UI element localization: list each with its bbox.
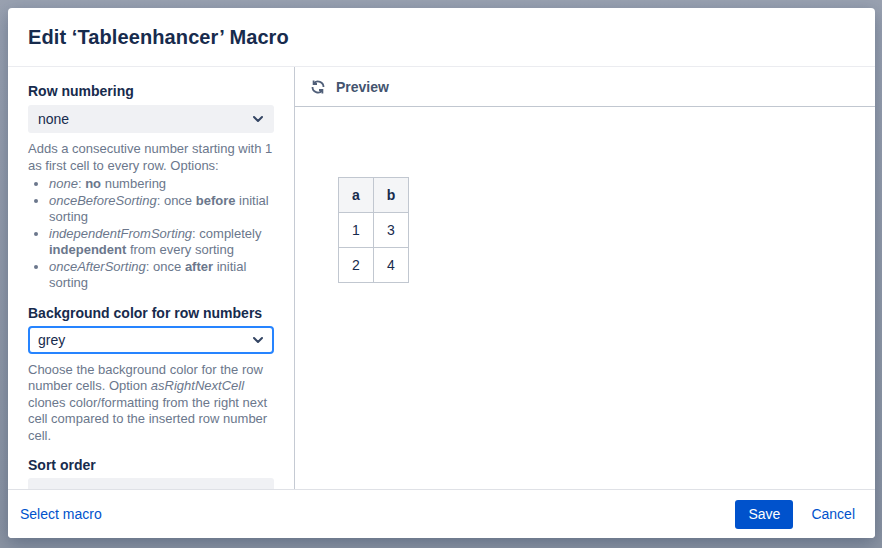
preview-body: ab1324 bbox=[295, 107, 875, 489]
preview-table-cell: 3 bbox=[374, 213, 409, 248]
row-numbering-help: Adds a consecutive number starting with … bbox=[28, 141, 274, 174]
save-button[interactable]: Save bbox=[735, 500, 793, 529]
preview-table-cell: 1 bbox=[339, 213, 374, 248]
macro-parameters-panel: Row numbering none Adds a consecutive nu… bbox=[8, 67, 295, 489]
preview-table-cell: 4 bbox=[374, 248, 409, 283]
sort-order-label: Sort order bbox=[28, 457, 274, 474]
bg-color-label: Background color for row numbers bbox=[28, 305, 274, 322]
preview-table-header-cell: b bbox=[374, 178, 409, 213]
preview-table-row: 24 bbox=[339, 248, 409, 283]
preview-table: ab1324 bbox=[338, 177, 409, 283]
preview-table-header-cell: a bbox=[339, 178, 374, 213]
row-numbering-select[interactable]: none bbox=[28, 105, 274, 133]
row-numbering-value: none bbox=[38, 111, 69, 127]
preview-table-row: 13 bbox=[339, 213, 409, 248]
option-help-item: onceAfterSorting: once after initial sor… bbox=[49, 259, 274, 292]
refresh-icon[interactable] bbox=[310, 79, 326, 95]
dialog-footer: Select macro Save Cancel bbox=[8, 489, 875, 538]
modal-overlay: Edit ‘Tableenhancer’ Macro Row numbering… bbox=[0, 0, 882, 548]
cancel-button[interactable]: Cancel bbox=[811, 506, 855, 522]
row-numbering-options-list: none: no numberingonceBeforeSorting: onc… bbox=[28, 176, 274, 292]
preview-header: Preview bbox=[295, 67, 875, 107]
footer-actions: Save Cancel bbox=[735, 500, 855, 529]
dialog-header: Edit ‘Tableenhancer’ Macro bbox=[8, 8, 875, 67]
sort-order-select[interactable] bbox=[28, 478, 274, 489]
select-macro-link[interactable]: Select macro bbox=[20, 506, 102, 522]
dialog-title: Edit ‘Tableenhancer’ Macro bbox=[28, 26, 289, 49]
option-help-item: onceBeforeSorting: once before initial s… bbox=[49, 193, 274, 226]
option-help-item: none: no numbering bbox=[49, 176, 274, 193]
preview-panel: Preview ab1324 bbox=[295, 67, 875, 489]
preview-table-cell: 2 bbox=[339, 248, 374, 283]
option-help-item: independentFromSorting: completely indep… bbox=[49, 226, 274, 259]
edit-macro-dialog: Edit ‘Tableenhancer’ Macro Row numbering… bbox=[8, 8, 875, 538]
row-numbering-label: Row numbering bbox=[28, 83, 274, 100]
chevron-down-icon bbox=[251, 112, 265, 126]
bg-color-select[interactable]: grey bbox=[28, 326, 274, 354]
bg-color-help: Choose the background color for the row … bbox=[28, 362, 274, 445]
chevron-down-icon bbox=[251, 333, 265, 347]
preview-label: Preview bbox=[336, 79, 389, 95]
dialog-body: Row numbering none Adds a consecutive nu… bbox=[8, 67, 875, 489]
bg-color-value: grey bbox=[38, 332, 65, 348]
